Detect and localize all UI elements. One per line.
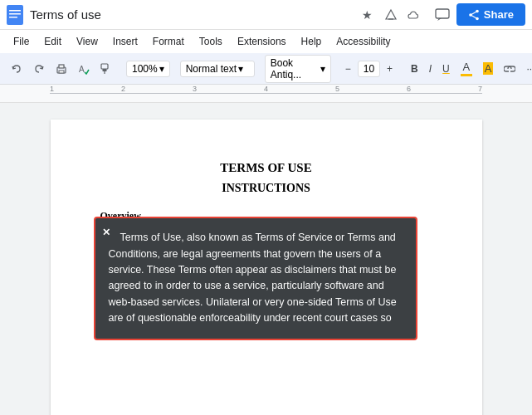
menu-help[interactable]: Help [295,34,329,49]
highlight-button[interactable]: A [479,60,498,77]
tooltip-popup: ✕ Terms of Use, also known as Terms of S… [94,217,417,339]
svg-rect-16 [101,64,108,69]
star-icon[interactable]: ★ [359,6,377,24]
zoom-dropdown[interactable]: 100% ▾ [126,61,170,77]
menu-extensions[interactable]: Extensions [231,34,293,49]
menu-insert[interactable]: Insert [106,34,144,49]
menu-view[interactable]: View [70,34,105,49]
undo-button[interactable] [7,61,27,77]
comments-icon[interactable] [433,6,451,24]
ruler: 1 2 3 4 5 6 7 [0,85,532,103]
font-size-field[interactable]: 10 [358,61,380,77]
menu-bar: File Edit View Insert Format Tools Exten… [0,30,532,53]
svg-rect-3 [9,17,17,18]
svg-line-10 [471,11,477,15]
document-main-title: TERMS OF USE [100,161,432,175]
svg-text:A: A [79,65,85,74]
svg-rect-14 [59,71,64,73]
tooltip-content: Terms of Use, also known as Terms of Ser… [109,232,397,324]
font-size-increase-button[interactable]: + [383,61,397,77]
underline-button[interactable]: U [438,61,454,77]
print-button[interactable] [51,61,71,77]
title-actions: ★ Share [359,3,525,26]
menu-accessibility[interactable]: Accessibility [329,34,397,49]
svg-rect-2 [9,13,21,15]
document-area: TERMS OF USE INSTRUCTIONS Overview Terms… [0,103,532,415]
menu-format[interactable]: Format [146,34,191,49]
style-dropdown[interactable]: Normal text ▾ [180,61,255,77]
cloud-icon[interactable] [405,6,423,24]
menu-file[interactable]: File [7,34,36,49]
font-dropdown[interactable]: Book Antiq... ▾ [265,55,331,83]
tooltip-close-button[interactable]: ✕ [102,225,110,241]
text-color-bar [461,74,472,76]
document-subtitle: INSTRUCTIONS [100,182,432,195]
toolbar: A 100% ▾ Normal text ▾ Book Antiq... ▾ −… [0,53,532,85]
document-title: Terms of use [30,7,359,22]
doc-icon [7,5,23,25]
svg-rect-6 [436,9,449,18]
share-button[interactable]: Share [456,3,525,26]
more-options-button[interactable]: ··· [522,61,532,77]
font-size-decrease-button[interactable]: − [341,61,355,77]
italic-button[interactable]: I [425,61,436,77]
paint-format-button[interactable] [96,61,116,77]
menu-tools[interactable]: Tools [193,34,229,49]
drive-icon[interactable] [382,6,400,24]
menu-edit[interactable]: Edit [37,34,68,49]
document-page: TERMS OF USE INSTRUCTIONS Overview Terms… [51,120,482,415]
bold-button[interactable]: B [407,61,422,77]
share-label: Share [484,8,514,21]
spell-check-button[interactable]: A [74,61,94,77]
insert-link-button[interactable] [500,62,520,76]
svg-marker-4 [386,10,396,19]
text-color-button[interactable]: A [456,58,476,79]
svg-line-11 [471,15,477,19]
svg-rect-18 [103,69,107,71]
svg-rect-13 [59,65,64,68]
title-bar: Terms of use ★ Share [0,0,532,30]
redo-button[interactable] [29,61,49,77]
svg-rect-0 [7,5,23,25]
svg-rect-1 [9,10,21,12]
